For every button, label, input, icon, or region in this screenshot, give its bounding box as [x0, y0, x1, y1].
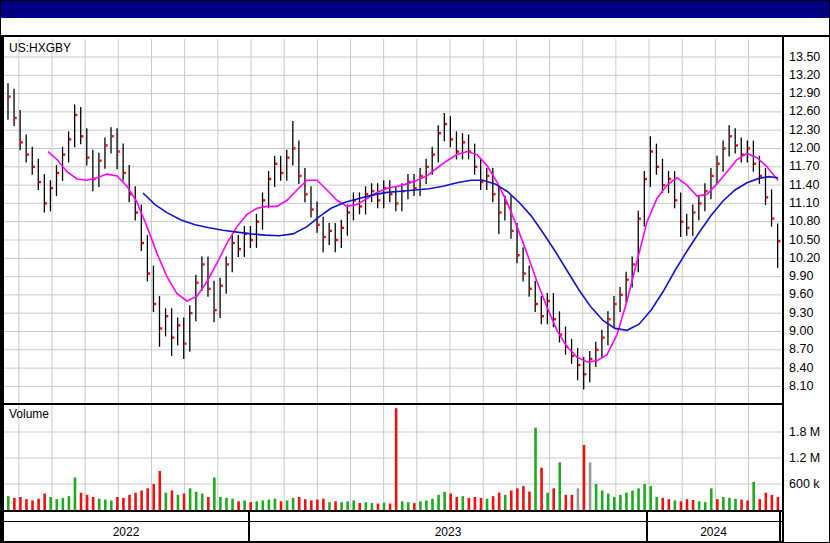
price-axis-tick: 12.60 — [789, 105, 820, 118]
price-chart-canvas — [4, 39, 782, 403]
price-axis-tick: 8.70 — [789, 343, 813, 356]
price-axis-tick: 11.40 — [789, 179, 819, 192]
axis-gutter: 13.5013.2012.9012.6012.3012.0011.7011.40… — [784, 37, 830, 542]
stock-chart-page: { "header": { "title": "Historic Chart f… — [0, 0, 830, 543]
title-bar: Historic Chart for US:HXGBY by Stockwatc… — [1, 1, 830, 18]
month-cell — [648, 512, 781, 521]
symbol-label: US:HXGBY — [9, 41, 71, 55]
price-axis-tick: 9.30 — [789, 307, 813, 320]
price-axis-tick: 9.60 — [789, 288, 813, 301]
price-axis-tick: 10.50 — [789, 234, 820, 247]
price-axis-tick: 13.50 — [789, 51, 820, 64]
price-axis-tick: 12.00 — [789, 142, 820, 155]
year-cell-2023: 2023 — [250, 522, 648, 541]
volume-axis-tick: 600 k — [789, 478, 820, 491]
month-cell — [250, 512, 648, 521]
price-axis-tick: 11.70 — [789, 160, 819, 173]
volume-pane: Volume — [4, 405, 782, 510]
year-axis: 202220232024 — [4, 522, 782, 541]
year-label: 2024 — [700, 525, 727, 539]
year-cell-2024: 2024 — [648, 522, 781, 541]
price-axis-tick: 9.90 — [789, 270, 813, 283]
month-strip — [4, 512, 782, 522]
month-cell — [4, 512, 250, 521]
ma-fast-line — [48, 152, 778, 362]
volume-label: Volume — [9, 407, 49, 421]
year-label: 2022 — [113, 525, 140, 539]
volume-chart-canvas — [4, 405, 782, 510]
price-axis-tick: 11.10 — [789, 197, 819, 210]
volume-axis-tick: 1.2 M — [789, 452, 820, 465]
price-grid — [4, 39, 782, 403]
price-axis-tick: 9.00 — [789, 325, 813, 338]
year-label: 2023 — [435, 525, 462, 539]
volume-bars — [7, 408, 779, 510]
price-axis-tick: 10.20 — [789, 252, 820, 265]
price-axis-tick: 12.30 — [789, 124, 820, 137]
price-axis-tick: 12.90 — [789, 87, 820, 100]
price-axis-tick: 8.40 — [789, 362, 813, 375]
year-cell-2022: 2022 — [4, 522, 250, 541]
price-axis-tick: 13.20 — [789, 69, 820, 82]
candlesticks — [8, 83, 780, 389]
quote-info-bar: Wed May 1 2024 Op=10.04 Hi=10.77 Lo=10.0… — [1, 18, 830, 37]
volume-grid — [4, 405, 782, 510]
price-axis-tick: 10.80 — [789, 215, 820, 228]
price-pane: US:HXGBY — [4, 39, 782, 403]
price-axis-tick: 8.10 — [789, 380, 813, 393]
volume-axis-tick: 1.8 M — [789, 426, 820, 439]
